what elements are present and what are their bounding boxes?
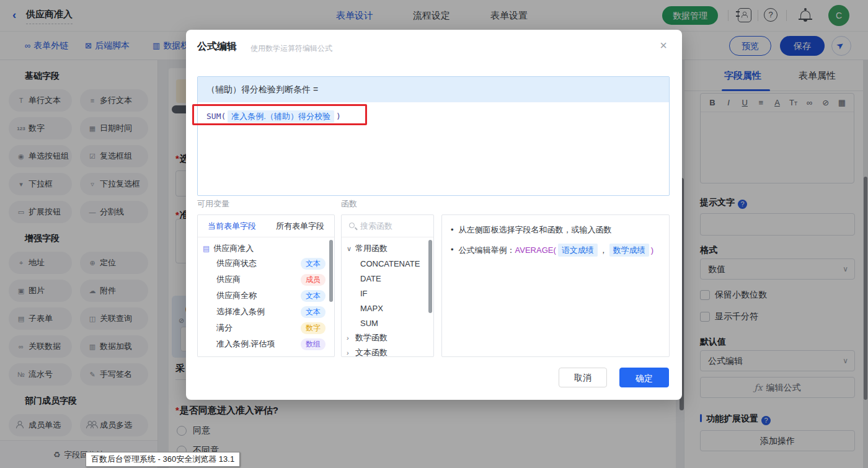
variable-item[interactable]: 满分数字 [198,320,334,336]
chevron-down-icon: ∨ [347,245,355,253]
formula-close-paren: ) [336,112,341,121]
cancel-button[interactable]: 取消 [559,368,607,387]
variable-item[interactable]: 供应商成员 [198,272,334,288]
help-panel: •从左侧面板选择字段名和函数，或输入函数 •公式编辑举例：AVERAGE(语文成… [441,214,670,357]
functions-panel: 搜索函数 ∨常用函数 CONCATENATE DATE IF MAPX SUM … [341,214,434,357]
formula-function: SUM( [206,112,226,121]
function-group-text[interactable]: ›文本函数 [342,345,433,357]
variables-panel: 当前表单字段 所有表单字段 ▤供应商准入 供应商状态文本 供应商成员 供应商全称… [197,214,335,357]
app-root: ‹ 供应商准入 表单设计 流程设定 表单设置 数据管理 ? C ∞表单外链 ⊠后… [0,0,868,468]
example-token-chip: 语文成绩 [558,244,598,257]
function-item[interactable]: IF [342,286,433,301]
help-line-2: •公式编辑举例：AVERAGE(语文成绩，数学成绩) [451,244,660,257]
formula-target-label: （辅助）得分检验判断条件 = [198,77,669,102]
function-item[interactable]: MAPX [342,301,433,316]
formula-expression[interactable]: SUM(准入条例.（辅助）得分校验) [198,102,669,131]
chevron-right-icon: › [347,349,355,356]
modal-title: 公式编辑 [197,40,237,53]
type-tag: 文本 [301,258,326,270]
example-token-chip: 数学成绩 [609,244,649,257]
function-group-common[interactable]: ∨常用函数 [342,241,433,256]
search-icon [349,223,355,228]
variable-item[interactable]: 供应商全称文本 [198,288,334,304]
browser-status-tooltip: 百数后台管理系统 - 360安全浏览器 13.1 [86,452,240,467]
tab-current-form-fields[interactable]: 当前表单字段 [198,215,266,237]
field-token-chip[interactable]: 准入条例.（辅助）得分校验 [228,110,334,123]
type-tag: 文本 [301,290,326,302]
search-placeholder: 搜索函数 [360,221,392,232]
function-item[interactable]: CONCATENATE [342,256,433,271]
variable-item[interactable]: 准入条例.评估项数组 [198,336,334,352]
function-item[interactable]: DATE [342,271,433,286]
confirm-button[interactable]: 确定 [619,368,669,387]
type-tag: 成员 [301,274,326,286]
function-item[interactable]: SUM [342,316,433,330]
function-search[interactable]: 搜索函数 [342,215,433,237]
help-line-1: •从左侧面板选择字段名和函数，或输入函数 [451,224,660,236]
formula-edit-modal: 公式编辑 使用数学运算符编辑公式 × （辅助）得分检验判断条件 = SUM(准入… [186,30,682,400]
functions-scrollbar[interactable] [428,240,432,313]
example-function-name: AVERAGE( [515,245,556,255]
type-tag: 数组 [301,338,326,350]
variable-item[interactable]: 选择准入条例文本 [198,304,334,320]
type-tag: 数字 [301,322,326,334]
tab-all-form-fields[interactable]: 所有表单字段 [266,215,334,237]
formula-editor[interactable]: （辅助）得分检验判断条件 = SUM(准入条例.（辅助）得分校验) [197,76,670,196]
document-icon: ▤ [203,244,210,253]
type-tag: 文本 [301,306,326,318]
chevron-right-icon: › [347,334,355,342]
variable-item[interactable]: 供应商状态文本 [198,255,334,272]
functions-label: 函数 [341,198,357,210]
variables-scrollbar[interactable] [329,240,333,302]
modal-subtitle: 使用数学运算符编辑公式 [250,43,332,54]
function-group-math[interactable]: ›数学函数 [342,330,433,345]
close-icon[interactable]: × [660,38,667,53]
variable-tree-root[interactable]: ▤供应商准入 [198,237,334,255]
variables-label: 可用变量 [197,198,229,210]
